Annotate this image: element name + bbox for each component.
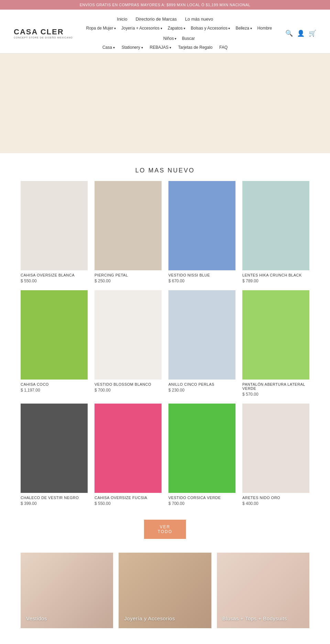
nav-middle: Ropa de Mujer Joyería + Accesorios Zapat… [73, 26, 285, 41]
category-label: Vestidos [26, 615, 47, 621]
product-name: VESTIDO BLOSSOM BLANCO [95, 382, 162, 386]
product-price: $ 700.00 [168, 501, 235, 506]
product-card[interactable]: VESTIDO CORSICA VERDE$ 700.00 [168, 404, 235, 506]
nav-inicio[interactable]: Inicio [117, 16, 127, 22]
search-icon[interactable]: 🔍 [285, 30, 293, 37]
product-image [21, 404, 88, 493]
product-name: CAHISA COCO [21, 382, 88, 386]
product-card[interactable]: CAHISA OVERSIZE BLANCA$ 550.00 [21, 181, 88, 283]
nav-bolsas[interactable]: Bolsas y Accesorios [191, 26, 230, 31]
product-card[interactable]: CHALECO DE VESTIR NEGRO$ 399.00 [21, 404, 88, 506]
logo-name: CASA CLER [14, 28, 64, 36]
product-name: VESTIDO CORSICA VERDE [168, 496, 235, 500]
category-card[interactable]: Blusas + Tops + Bodysuits [217, 553, 309, 628]
nav-belleza[interactable]: Belleza [235, 26, 252, 31]
product-card[interactable]: LENTES HIKA CRUNCH BLACK$ 789.00 [242, 181, 309, 283]
product-price: $ 670.00 [168, 279, 235, 283]
product-price: $ 550.00 [21, 279, 88, 283]
product-name: CHALECO DE VESTIR NEGRO [21, 496, 88, 500]
product-price: $ 700.00 [95, 388, 162, 393]
nav-tarjetas[interactable]: Tarjetas de Regalo [178, 45, 212, 50]
product-image [168, 181, 235, 270]
product-image [95, 181, 162, 270]
product-card[interactable]: VESTIDO BLOSSOM BLANCO$ 700.00 [95, 290, 162, 397]
product-card[interactable]: CAHISA OVERSIZE FUCSIA$ 550.00 [95, 404, 162, 506]
nav-directorio[interactable]: Directorio de Marcas [135, 16, 177, 22]
product-price: $ 399.00 [21, 501, 88, 506]
nav-buscar[interactable]: Buscar [182, 36, 195, 41]
product-name: ANILLO CINCO PERLAS [168, 382, 235, 386]
nav-joyeria[interactable]: Joyería + Accesorios [121, 26, 162, 31]
promo-banner: ENVÍOS GRATIS EN COMPRAS MAYORES A: $899… [0, 0, 330, 10]
logo[interactable]: CASA CLER CONCEPT STORE DE DISEÑO MEXICA… [14, 28, 73, 39]
product-card[interactable]: PIERCING PETAL$ 250.00 [95, 181, 162, 283]
product-image [21, 181, 88, 270]
nav-lo-mas-nuevo[interactable]: Lo más nuevo [185, 16, 213, 22]
product-name: VESTIDO NISSI BLUE [168, 273, 235, 277]
product-card[interactable]: VESTIDO NISSI BLUE$ 670.00 [168, 181, 235, 283]
product-image [242, 290, 309, 380]
product-image [95, 290, 162, 380]
site-header: Inicio Directorio de Marcas Lo más nuevo… [0, 10, 330, 53]
product-name: PANTALÓN ABERTURA LATERAL VERDE [242, 382, 309, 391]
product-price: $ 1,197.00 [21, 388, 88, 393]
nav-ropa-mujer[interactable]: Ropa de Mujer [86, 26, 116, 31]
product-price: $ 250.00 [95, 279, 162, 283]
view-all-button[interactable]: VERTODO [144, 520, 186, 539]
logo-subtitle: CONCEPT STORE DE DISEÑO MEXICANO [14, 36, 73, 39]
header-main: CASA CLER CONCEPT STORE DE DISEÑO MEXICA… [14, 24, 316, 44]
nav-casa[interactable]: Casa [102, 45, 115, 50]
promo-text: ENVÍOS GRATIS EN COMPRAS MAYORES A: $899… [80, 3, 251, 7]
product-card[interactable]: ARETES NIDO ORO$ 400.00 [242, 404, 309, 506]
header-actions: 🔍 👤 🛒 [285, 30, 316, 37]
product-price: $ 550.00 [95, 501, 162, 506]
nav-bottom: Casa Stationery REBAJAS Tarjetas de Rega… [14, 44, 316, 53]
product-name: ARETES NIDO ORO [242, 496, 309, 500]
product-name: CAHISA OVERSIZE FUCSIA [95, 496, 162, 500]
view-all-wrapper: VERTODO [0, 516, 330, 553]
category-grid: VestidosJoyería y AccesoriosBlusas + Top… [0, 553, 330, 642]
nav-faq[interactable]: FAQ [219, 45, 228, 50]
account-icon[interactable]: 👤 [297, 30, 305, 37]
product-image [168, 404, 235, 493]
product-name: LENTES HIKA CRUNCH BLACK [242, 273, 309, 277]
product-price: $ 230.00 [168, 388, 235, 393]
product-card[interactable]: CAHISA COCO$ 1,197.00 [21, 290, 88, 397]
nav-ninos[interactable]: Niños [163, 36, 176, 41]
nav-top: Inicio Directorio de Marcas Lo más nuevo [14, 14, 316, 24]
product-card[interactable]: ANILLO CINCO PERLAS$ 230.00 [168, 290, 235, 397]
product-image [95, 404, 162, 493]
nav-hombre[interactable]: Hombre [257, 26, 272, 31]
product-card[interactable]: PANTALÓN ABERTURA LATERAL VERDE$ 570.00 [242, 290, 309, 397]
section-title: LO MAS NUEVO [0, 153, 330, 181]
nav-rebajas[interactable]: REBAJAS [150, 45, 171, 50]
product-price: $ 400.00 [242, 501, 309, 506]
product-image [168, 290, 235, 380]
hero-banner [0, 54, 330, 153]
category-card[interactable]: Vestidos [21, 553, 113, 628]
category-label: Joyería y Accesorios [124, 615, 175, 621]
product-image [242, 404, 309, 493]
nav-stationery[interactable]: Stationery [122, 45, 143, 50]
product-image [21, 290, 88, 380]
product-grid: CAHISA OVERSIZE BLANCA$ 550.00PIERCING P… [0, 181, 330, 516]
product-name: CAHISA OVERSIZE BLANCA [21, 273, 88, 277]
product-image [242, 181, 309, 270]
cart-icon[interactable]: 🛒 [309, 30, 316, 37]
category-label: Blusas + Tops + Bodysuits [222, 615, 287, 621]
product-name: PIERCING PETAL [95, 273, 162, 277]
product-price: $ 789.00 [242, 279, 309, 283]
category-card[interactable]: Joyería y Accesorios [119, 553, 211, 628]
product-price: $ 570.00 [242, 392, 309, 397]
nav-zapatos[interactable]: Zapatos [168, 26, 185, 31]
